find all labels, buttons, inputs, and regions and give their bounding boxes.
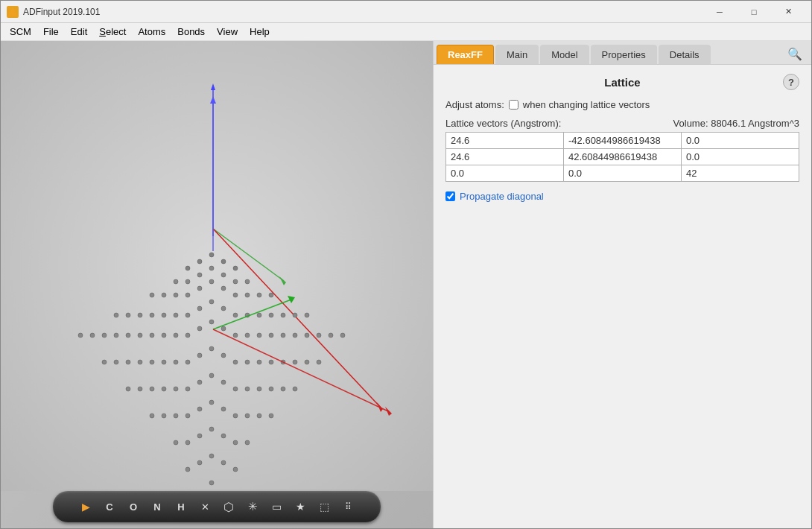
ring-tool-button[interactable]: ⬡ <box>218 496 239 517</box>
carbon-tool-button[interactable]: C <box>99 496 120 517</box>
menu-atoms[interactable]: Atoms <box>132 25 171 39</box>
tab-reaxff[interactable]: ReaxFF <box>437 45 494 64</box>
adjust-atoms-checkbox[interactable] <box>509 100 518 110</box>
dots-tool-button[interactable]: ⠿ <box>337 496 358 517</box>
help-button[interactable]: ? <box>783 74 799 90</box>
propagate-checkbox[interactable] <box>445 191 455 201</box>
tab-details[interactable]: Details <box>659 45 711 64</box>
svg-point-76 <box>245 360 250 364</box>
svg-point-110 <box>245 414 250 418</box>
lattice-input-3-2[interactable] <box>568 168 676 179</box>
adjust-atoms-row: Adjust atoms: when changing lattice vect… <box>445 99 799 110</box>
svg-point-10 <box>197 259 202 264</box>
lattice-table <box>445 132 799 182</box>
svg-point-58 <box>150 333 154 338</box>
menu-view[interactable]: View <box>211 25 244 39</box>
lattice-cell-1-1[interactable] <box>446 133 564 149</box>
tab-model[interactable]: Model <box>540 45 589 64</box>
lattice-input-1-2[interactable] <box>568 135 676 146</box>
svg-point-75 <box>185 360 190 364</box>
menu-scm[interactable]: SCM <box>4 25 37 39</box>
close-button[interactable]: ✕ <box>771 1 805 23</box>
svg-marker-134 <box>385 407 392 416</box>
when-changing-label: when changing lattice vectors <box>523 99 650 110</box>
nitrogen-tool-button[interactable]: N <box>147 496 168 517</box>
svg-point-107 <box>197 407 202 411</box>
svg-line-3 <box>213 229 284 281</box>
menu-edit[interactable]: Edit <box>65 25 93 39</box>
svg-point-70 <box>78 333 83 338</box>
lattice-cell-3-3[interactable] <box>682 165 799 182</box>
select-tool-button[interactable]: ▶ <box>75 496 96 517</box>
svg-point-39 <box>162 313 166 317</box>
lattice-cell-1-3[interactable] <box>682 133 799 149</box>
volume-text: Volume: 88046.1 Angstrom^3 <box>673 118 799 129</box>
lattice-input-2-3[interactable] <box>686 151 794 162</box>
svg-point-71 <box>209 346 214 351</box>
svg-point-15 <box>197 273 202 277</box>
molecule-view[interactable] <box>1 41 433 491</box>
svg-point-83 <box>138 360 142 364</box>
svg-point-73 <box>197 353 202 358</box>
svg-point-125 <box>197 460 202 465</box>
viewport[interactable]: ▶ C O N H ✕ ⬡ ✳ ▭ ★ ⬚ ⠿ <box>1 41 433 529</box>
svg-point-16 <box>233 279 238 284</box>
svg-point-20 <box>209 279 214 284</box>
svg-point-121 <box>245 440 250 445</box>
svg-point-7 <box>64 251 362 415</box>
svg-point-28 <box>162 293 166 297</box>
tab-properties[interactable]: Properties <box>591 45 657 64</box>
menu-help[interactable]: Help <box>244 25 276 39</box>
lattice-cell-3-1[interactable] <box>446 165 564 182</box>
svg-point-57 <box>269 333 273 338</box>
svg-point-9 <box>221 259 226 264</box>
oxygen-tool-button[interactable]: O <box>123 496 144 517</box>
menubar: SCM File Edit Select Atoms Bonds View He… <box>1 23 811 41</box>
lattice-cell-3-2[interactable] <box>564 165 682 182</box>
svg-point-18 <box>245 279 250 284</box>
lattice-cell-2-1[interactable] <box>446 149 564 165</box>
frame-tool-button[interactable]: ⬚ <box>314 496 334 517</box>
svg-line-133 <box>213 329 388 411</box>
lattice-cell-2-2[interactable] <box>564 149 682 165</box>
menu-select[interactable]: Select <box>93 25 132 39</box>
menu-file[interactable]: File <box>37 25 65 39</box>
menu-bonds[interactable]: Bonds <box>171 25 211 39</box>
svg-point-89 <box>102 360 107 364</box>
star-tool-button[interactable]: ★ <box>290 496 311 517</box>
svg-point-81 <box>150 360 154 364</box>
svg-point-105 <box>209 400 214 405</box>
lattice-input-2-2[interactable] <box>568 151 676 162</box>
search-button[interactable]: 🔍 <box>781 44 808 64</box>
box-tool-button[interactable]: ▭ <box>266 496 287 517</box>
lattice-input-3-3[interactable] <box>686 168 794 179</box>
svg-point-40 <box>269 313 273 317</box>
titlebar: ADFinput 2019.101 ─ □ ✕ <box>1 1 811 23</box>
lattice-input-1-1[interactable] <box>451 135 559 146</box>
tab-main[interactable]: Main <box>495 45 539 64</box>
svg-point-32 <box>221 306 226 311</box>
gear-tool-button[interactable]: ✳ <box>242 496 263 517</box>
svg-point-53 <box>245 333 250 338</box>
svg-point-122 <box>174 440 178 445</box>
svg-point-78 <box>257 360 261 364</box>
lattice-cell-2-3[interactable] <box>682 149 799 165</box>
panel-content: Lattice ? Adjust atoms: when changing la… <box>434 65 811 529</box>
svg-point-119 <box>233 440 238 445</box>
delete-tool-button[interactable]: ✕ <box>194 496 215 517</box>
lattice-cell-1-2[interactable] <box>564 133 682 149</box>
minimize-button[interactable]: ─ <box>702 1 737 23</box>
bottom-toolbar: ▶ C O N H ✕ ⬡ ✳ ▭ ★ ⬚ ⠿ <box>53 491 381 522</box>
lattice-input-3-1[interactable] <box>451 168 559 179</box>
svg-point-25 <box>245 293 250 297</box>
lattice-input-1-3[interactable] <box>686 135 794 146</box>
svg-point-48 <box>209 320 214 324</box>
svg-point-46 <box>305 313 309 317</box>
hydrogen-tool-button[interactable]: H <box>171 496 191 517</box>
lattice-input-2-1[interactable] <box>451 151 559 162</box>
svg-point-111 <box>174 414 178 418</box>
svg-point-43 <box>138 313 142 317</box>
svg-point-95 <box>245 387 250 391</box>
maximize-button[interactable]: □ <box>737 1 771 23</box>
svg-point-124 <box>221 460 226 465</box>
